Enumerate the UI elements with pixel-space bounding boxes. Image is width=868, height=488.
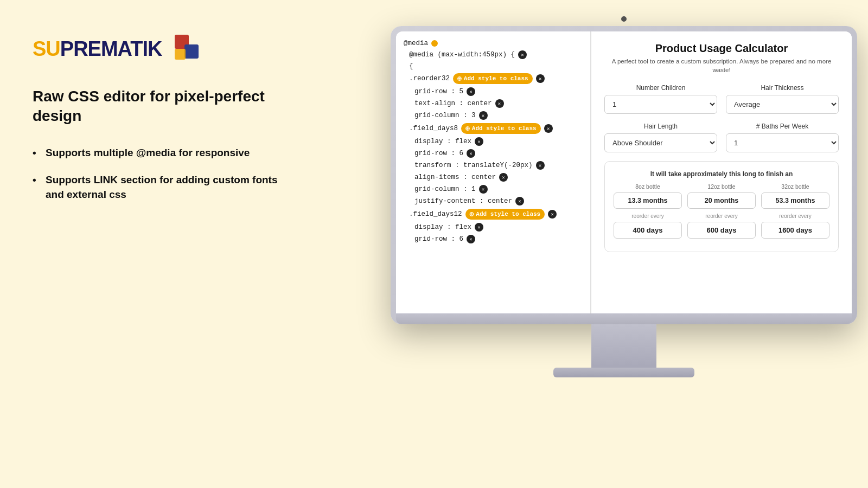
monitor-dot bbox=[621, 16, 627, 22]
css-line-transform: transform : translateY(-20px) ✕ bbox=[396, 159, 590, 171]
remove-button[interactable]: ✕ bbox=[467, 87, 475, 96]
remove-button[interactable]: ✕ bbox=[467, 149, 475, 158]
css-text: justify-content : center bbox=[414, 197, 512, 205]
add-style-button[interactable]: ⊕ Add style to class bbox=[453, 73, 533, 84]
monitor-bottom-bar bbox=[396, 314, 852, 324]
css-text: grid-column : 1 bbox=[414, 185, 476, 193]
add-style-button[interactable]: ⊕ Add style to class bbox=[461, 123, 541, 134]
remove-button[interactable]: ✕ bbox=[475, 137, 483, 146]
bottle-label-32oz: 32oz bottle bbox=[761, 183, 829, 190]
reorder-days-8oz: 400 days bbox=[614, 222, 682, 239]
remove-button[interactable]: ✕ bbox=[499, 173, 508, 182]
add-style-button[interactable]: ⊕ Add style to class bbox=[465, 209, 545, 220]
logo-text: SUPREMATIK bbox=[33, 37, 162, 61]
reorder-label-32oz: reorder every bbox=[761, 213, 829, 219]
css-text: transform : translateY(-20px) bbox=[414, 162, 533, 169]
reorder-col-32oz: reorder every 1600 days bbox=[761, 213, 829, 239]
label-number-children: Number Children bbox=[604, 84, 717, 92]
field-number-children: Number Children 1 2 3 bbox=[604, 84, 717, 114]
field-hair-thickness: Hair Thickness Average Thin Thick bbox=[726, 84, 839, 114]
bullet-item-2: Supports LINK section for adding custom … bbox=[33, 173, 304, 202]
monitor-stand-base bbox=[553, 368, 694, 377]
field-hair-length: Hair Length Above Shoulder Below Shoulde… bbox=[604, 123, 717, 152]
bottle-col-8oz: 8oz bottle 13.3 months bbox=[614, 183, 682, 209]
left-content: SUPREMATIK Raw CSS editor for pixel-perf… bbox=[33, 33, 304, 215]
remove-button[interactable]: ✕ bbox=[536, 161, 545, 170]
css-text: @media (max-width:459px) { bbox=[409, 51, 515, 59]
css-text: .reorder32 bbox=[409, 75, 450, 82]
remove-button[interactable]: ✕ bbox=[479, 111, 488, 120]
css-line-gridcol3: grid-column : 3 ✕ bbox=[396, 110, 590, 121]
css-line-justifycontent: justify-content : center ✕ bbox=[396, 195, 590, 207]
svg-rect-1 bbox=[184, 44, 199, 59]
label-baths-per-week: # Baths Per Week bbox=[726, 123, 839, 130]
bottle-months-row: 8oz bottle 13.3 months 12oz bottle 20 mo… bbox=[614, 183, 829, 209]
calc-row-1: Number Children 1 2 3 Hair Thickness Ave… bbox=[604, 84, 839, 114]
bullet-list: Supports multiple @media for responsive … bbox=[33, 146, 304, 202]
css-text: align-items : center bbox=[414, 174, 496, 181]
monitor: @media @media (max-width:459px) { ✕ { .r… bbox=[391, 16, 857, 377]
css-line-fielddays12: .field_days12 ⊕ Add style to class ✕ bbox=[396, 207, 590, 221]
svg-rect-2 bbox=[175, 49, 186, 60]
remove-button[interactable]: ✕ bbox=[479, 185, 488, 194]
remove-button[interactable]: ✕ bbox=[544, 124, 553, 133]
logo-rest: PREMATIK bbox=[60, 37, 162, 60]
remove-button[interactable]: ✕ bbox=[467, 235, 475, 243]
bottle-label-12oz: 12oz bottle bbox=[687, 183, 756, 190]
select-hair-thickness[interactable]: Average Thin Thick bbox=[726, 95, 839, 114]
reorder-label-8oz: reorder every bbox=[614, 213, 682, 219]
css-line-textalign: text-align : center ✕ bbox=[396, 98, 590, 110]
bottle-months-8oz: 13.3 months bbox=[614, 192, 682, 209]
calculator-panel: Product Usage Calculator A perfect tool … bbox=[591, 31, 852, 313]
monitor-stand-neck bbox=[591, 324, 656, 368]
calc-result-box: It will take approximately this long to … bbox=[604, 161, 839, 252]
bottle-col-32oz: 32oz bottle 53.3 months bbox=[761, 183, 829, 209]
css-text: @media bbox=[404, 40, 428, 47]
css-line-alignitems: align-items : center ✕ bbox=[396, 171, 590, 183]
logo-su: SU bbox=[33, 37, 60, 60]
select-hair-length[interactable]: Above Shoulder Below Shoulder Short bbox=[604, 133, 717, 152]
calc-subtitle: A perfect tool to create a custom subscr… bbox=[604, 57, 839, 74]
css-text: display : flex bbox=[414, 138, 471, 145]
remove-button[interactable]: ✕ bbox=[518, 50, 527, 59]
monitor-body: @media @media (max-width:459px) { ✕ { .r… bbox=[391, 26, 857, 324]
css-line-gridcol1: grid-column : 1 ✕ bbox=[396, 183, 590, 195]
bottle-reorder-row: reorder every 400 days reorder every 600… bbox=[614, 213, 829, 239]
remove-button[interactable]: ✕ bbox=[495, 99, 504, 108]
css-line-reorder32: .reorder32 ⊕ Add style to class ✕ bbox=[396, 72, 590, 86]
select-number-children[interactable]: 1 2 3 bbox=[604, 95, 717, 114]
css-text: grid-column : 3 bbox=[414, 112, 476, 119]
remove-button[interactable]: ✕ bbox=[475, 223, 483, 232]
css-line-fielddays8: .field_days8 ⊕ Add style to class ✕ bbox=[396, 121, 590, 136]
orange-dot bbox=[431, 40, 438, 47]
bottle-months-12oz: 20 months bbox=[687, 192, 756, 209]
bottle-months-32oz: 53.3 months bbox=[761, 192, 829, 209]
css-line-display-flex-1: display : flex ✕ bbox=[396, 136, 590, 147]
css-line-brace: { bbox=[396, 61, 590, 72]
reorder-days-32oz: 1600 days bbox=[761, 222, 829, 239]
calc-title: Product Usage Calculator bbox=[604, 42, 839, 55]
css-line-display-flex-2: display : flex ✕ bbox=[396, 221, 590, 233]
reorder-days-12oz: 600 days bbox=[687, 222, 756, 239]
css-line-gridrow5: grid-row : 5 ✕ bbox=[396, 86, 590, 98]
label-hair-length: Hair Length bbox=[604, 123, 717, 130]
css-line-media: @media bbox=[396, 38, 590, 49]
reorder-label-12oz: reorder every bbox=[687, 213, 756, 219]
css-editor-panel: @media @media (max-width:459px) { ✕ { .r… bbox=[396, 31, 591, 313]
select-baths-per-week[interactable]: 1 2 3 bbox=[726, 133, 839, 152]
remove-button[interactable]: ✕ bbox=[536, 74, 545, 83]
css-text: text-align : center bbox=[414, 100, 492, 107]
bullet-item-1: Supports multiple @media for responsive bbox=[33, 146, 304, 160]
remove-button[interactable]: ✕ bbox=[548, 210, 557, 219]
logo-area: SUPREMATIK bbox=[33, 33, 304, 65]
remove-button[interactable]: ✕ bbox=[515, 197, 524, 206]
css-text: grid-row : 5 bbox=[414, 88, 463, 95]
css-text: .field_days12 bbox=[409, 210, 462, 218]
headline: Raw CSS editor for pixel-perfect design bbox=[33, 87, 304, 126]
calc-result-intro: It will take approximately this long to … bbox=[614, 170, 829, 178]
label-hair-thickness: Hair Thickness bbox=[726, 84, 839, 92]
logo-icon bbox=[170, 33, 203, 65]
bottle-col-12oz: 12oz bottle 20 months bbox=[687, 183, 756, 209]
reorder-col-12oz: reorder every 600 days bbox=[687, 213, 756, 239]
css-text: display : flex bbox=[414, 223, 471, 231]
